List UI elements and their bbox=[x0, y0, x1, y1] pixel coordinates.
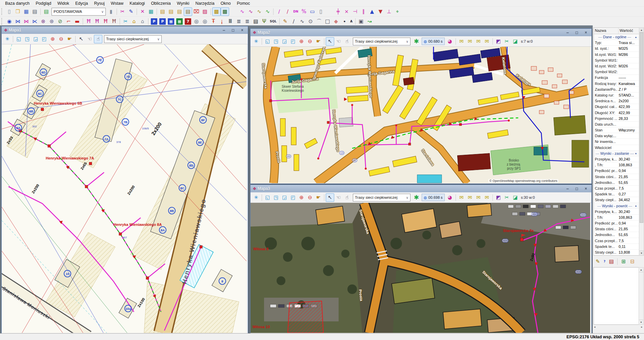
select-cursor-icon[interactable]: ↖ bbox=[326, 193, 334, 202]
redraw-icon[interactable]: ✳ bbox=[252, 193, 260, 202]
print-report-icon[interactable]: ▤ bbox=[607, 257, 616, 266]
redraw-icon[interactable]: ✳ bbox=[252, 37, 260, 46]
toolbar-grip[interactable] bbox=[1, 8, 4, 15]
panel-toggle-icon[interactable]: ▮ bbox=[107, 7, 115, 16]
draw-arc-icon[interactable]: ⌒ bbox=[315, 17, 323, 26]
mapa2-canvas[interactable]: StarojaworskaProstaJurija GagarinaJurija… bbox=[250, 47, 590, 183]
link-pipe-icon[interactable]: ✎ bbox=[127, 7, 135, 16]
property-row[interactable]: Id.syst. Wzl2: M326 bbox=[594, 63, 639, 69]
valve-motor-icon[interactable]: ⊗ bbox=[39, 17, 47, 26]
profile-supply-icon[interactable]: P bbox=[151, 18, 157, 25]
roof-gray-icon[interactable]: ⌂ bbox=[138, 17, 147, 26]
zoom-window-icon[interactable]: ◱ bbox=[15, 35, 23, 43]
property-row[interactable]: Przepływ, k... 30,240 bbox=[594, 209, 639, 215]
building-node-marker[interactable]: 8B bbox=[168, 207, 176, 214]
property-row[interactable]: Czas przepł... 7,5 bbox=[594, 238, 639, 244]
menu-item[interactable]: Podgląd bbox=[33, 1, 54, 6]
basemap-globe-icon[interactable]: ◕ bbox=[446, 37, 454, 46]
select-hand-icon[interactable]: ☝ bbox=[94, 35, 102, 43]
property-row[interactable]: Czas przepł... 7,5 bbox=[594, 186, 639, 191]
pipe-bend-icon[interactable]: ↝ bbox=[365, 17, 374, 26]
property-row[interactable]: Straty ciepł... 34,462 bbox=[594, 197, 639, 203]
scroll-down-icon[interactable]: ▼ bbox=[639, 320, 643, 324]
property-row[interactable]: Jednostko... 51,65 bbox=[594, 180, 639, 186]
property-row[interactable]: Stan Włączony bbox=[594, 127, 639, 133]
property-grid-scrollbar[interactable]: ▲ ▼ bbox=[639, 27, 644, 256]
mapa3-canvas[interactable]: StarojaworskaStarojaworskaProstaStarojaw… bbox=[250, 203, 590, 333]
select-hand-icon[interactable]: ☝ bbox=[343, 193, 351, 202]
property-row[interactable]: Spadek te... 0,11 bbox=[594, 244, 639, 250]
zoom-selected-icon[interactable]: ◰ bbox=[40, 35, 48, 43]
close-button[interactable]: × bbox=[581, 186, 590, 192]
column-name-header[interactable]: Nazwa bbox=[594, 28, 619, 34]
add-column-icon[interactable]: ⊞ bbox=[619, 257, 628, 266]
property-row[interactable]: Długość XY: 422,99 bbox=[594, 110, 639, 115]
zoom-out-icon[interactable]: ⊖ bbox=[57, 35, 65, 43]
pan-hand-icon[interactable]: ☜ bbox=[85, 35, 94, 43]
property-row[interactable]: Średnica n... 2x200 bbox=[594, 98, 639, 104]
building-node-marker[interactable]: 7B bbox=[122, 118, 129, 126]
area-select-icon[interactable]: ◪ bbox=[511, 193, 520, 202]
table-results-icon[interactable]: ▦ bbox=[176, 18, 183, 25]
zoom-goto-icon[interactable]: ☛ bbox=[314, 37, 323, 46]
valve-cross-icon[interactable]: ⨯ bbox=[342, 7, 351, 16]
mapa2-layer-combo[interactable]: Trasy sieci ciepłowniczej ∨ bbox=[353, 38, 410, 45]
property-row[interactable]: Długość cał... 422,99 bbox=[594, 104, 639, 110]
cut-area-icon[interactable]: ✂ bbox=[121, 17, 130, 26]
building-node-marker[interactable]: 8A bbox=[159, 226, 166, 234]
zoom-prev-icon[interactable]: ◲ bbox=[280, 37, 289, 46]
maximize-button[interactable]: □ bbox=[228, 27, 238, 33]
trace-node-add-icon[interactable]: ∿ bbox=[263, 7, 272, 16]
property-row[interactable]: Dane - ogólne ▴ bbox=[594, 34, 639, 40]
zoom-out-icon[interactable]: ⊖ bbox=[306, 193, 314, 202]
chart-film-icon[interactable]: ▤ bbox=[251, 17, 260, 26]
property-row[interactable]: Funkcja ------ bbox=[594, 75, 639, 81]
valve-check-icon[interactable]: ⋉ bbox=[31, 17, 39, 26]
property-row[interactable]: Wyniki - ogólne ▴ bbox=[594, 255, 639, 256]
property-row[interactable]: Typ: Trasa si... bbox=[594, 40, 639, 46]
menu-item[interactable]: Widok bbox=[54, 1, 72, 6]
mapa2-titlebar[interactable]: ❖ Mapa2 – □ × bbox=[250, 29, 591, 36]
menu-item[interactable]: Okno bbox=[218, 1, 234, 6]
trace-draw-icon[interactable]: ∿ bbox=[238, 7, 246, 16]
pipe-screen-icon[interactable]: ▭ bbox=[308, 7, 317, 16]
help-icon[interactable]: ? bbox=[602, 257, 607, 266]
property-row[interactable]: Pojemność ... 28,33 bbox=[594, 116, 639, 122]
building-node-marker[interactable]: 6D bbox=[40, 68, 47, 76]
elbow-icon[interactable]: ⌐ bbox=[64, 17, 73, 26]
mapa3-layer-combo[interactable]: Trasy sieci ciepłowniczej ∨ bbox=[353, 194, 410, 201]
close-button[interactable]: × bbox=[238, 27, 247, 33]
zoom-window-icon[interactable]: ◱ bbox=[263, 37, 272, 46]
zoom-extents-icon[interactable]: ◳ bbox=[23, 35, 32, 43]
mapa3-titlebar[interactable]: ❖ Mapa3 – □ × bbox=[250, 185, 591, 192]
mapa1-titlebar[interactable]: ❖ Mapa1 – □ × bbox=[2, 26, 248, 34]
gauge-rings-icon[interactable]: ◎ bbox=[192, 17, 201, 26]
label-center-icon[interactable]: ✉ bbox=[466, 193, 474, 202]
scroll-left-icon[interactable]: ◄ bbox=[593, 326, 596, 328]
property-row[interactable]: Wyniki - zasilanie ▴ bbox=[594, 151, 639, 156]
toolbar-grip[interactable] bbox=[1, 18, 4, 25]
report-7-icon[interactable]: 7 bbox=[185, 18, 191, 25]
trace-node-icon[interactable]: ∿ bbox=[255, 7, 263, 16]
draw-polyline-icon[interactable]: ∿ bbox=[298, 17, 306, 26]
property-row[interactable]: Id. syst.: M325 bbox=[594, 46, 639, 51]
draw-circle-icon[interactable]: ⊙ bbox=[306, 17, 315, 26]
plug-end-icon[interactable]: ⊣ bbox=[351, 7, 359, 16]
property-row[interactable]: Jednostko... 51,65 bbox=[594, 232, 639, 238]
property-row[interactable]: Data uruch... bbox=[594, 122, 639, 127]
property-row[interactable]: Przepływ, k... 30,240 bbox=[594, 156, 639, 162]
zoom-selected-icon[interactable]: ◰ bbox=[289, 37, 297, 46]
vertex-edit-icon[interactable]: ◩ bbox=[494, 37, 503, 46]
data-columns-icon[interactable]: ≣ bbox=[235, 17, 243, 26]
draw-text-icon[interactable]: A bbox=[349, 17, 354, 26]
select-cursor-icon[interactable]: ↖ bbox=[326, 37, 334, 46]
valve-reduce-icon[interactable]: ⊘ bbox=[56, 17, 64, 26]
property-row[interactable]: Katalog rur: STAND... bbox=[594, 92, 639, 98]
minimize-button[interactable]: – bbox=[563, 29, 572, 36]
property-row[interactable]: Data wyłąc... bbox=[594, 133, 639, 139]
chamber-k2-icon[interactable]: Ħ bbox=[101, 17, 110, 26]
columns-icon[interactable]: Ⅲ bbox=[226, 17, 235, 26]
draw-polygon-icon[interactable]: ◆ bbox=[332, 17, 340, 26]
zoom-in-icon[interactable]: ⊕ bbox=[297, 37, 306, 46]
pipe-percent-icon[interactable]: % bbox=[300, 7, 308, 16]
